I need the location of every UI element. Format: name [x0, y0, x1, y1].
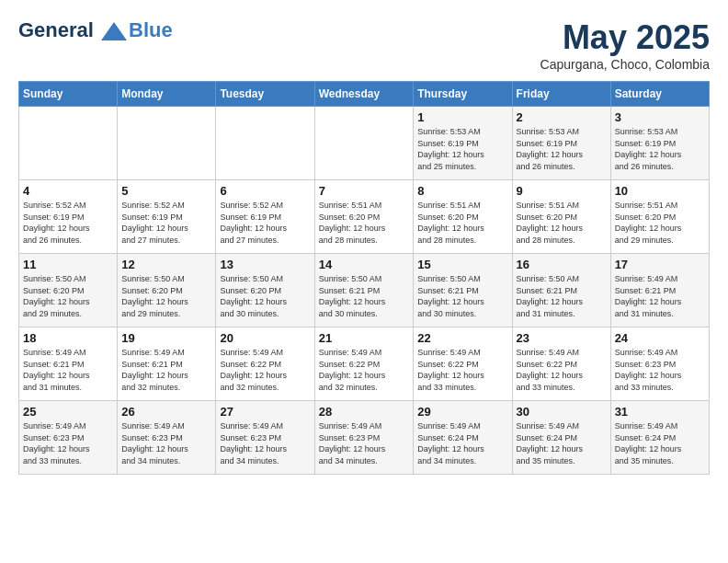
day-info: Sunrise: 5:49 AM Sunset: 6:22 PM Dayligh…	[319, 347, 410, 393]
column-header-friday: Friday	[512, 82, 610, 107]
day-number: 4	[23, 184, 113, 198]
day-info: Sunrise: 5:49 AM Sunset: 6:23 PM Dayligh…	[615, 347, 705, 393]
day-info: Sunrise: 5:49 AM Sunset: 6:23 PM Dayligh…	[121, 420, 211, 466]
logo: General Blue	[18, 18, 173, 42]
day-number: 29	[417, 405, 507, 419]
calendar-cell: 24Sunrise: 5:49 AM Sunset: 6:23 PM Dayli…	[610, 327, 709, 401]
day-info: Sunrise: 5:49 AM Sunset: 6:21 PM Dayligh…	[121, 347, 211, 393]
day-info: Sunrise: 5:49 AM Sunset: 6:24 PM Dayligh…	[417, 420, 507, 466]
calendar-cell: 21Sunrise: 5:49 AM Sunset: 6:22 PM Dayli…	[314, 327, 414, 401]
column-header-tuesday: Tuesday	[216, 82, 314, 107]
calendar-cell: 19Sunrise: 5:49 AM Sunset: 6:21 PM Dayli…	[118, 327, 216, 401]
day-info: Sunrise: 5:50 AM Sunset: 6:21 PM Dayligh…	[319, 273, 410, 319]
calendar-cell: 6Sunrise: 5:52 AM Sunset: 6:19 PM Daylig…	[216, 180, 314, 254]
calendar-cell	[216, 107, 314, 180]
day-number: 21	[319, 331, 410, 345]
day-number: 12	[121, 258, 211, 271]
day-info: Sunrise: 5:52 AM Sunset: 6:19 PM Dayligh…	[220, 200, 310, 246]
calendar-table: SundayMondayTuesdayWednesdayThursdayFrid…	[18, 81, 710, 475]
calendar-cell: 14Sunrise: 5:50 AM Sunset: 6:21 PM Dayli…	[314, 254, 414, 327]
calendar-cell: 1Sunrise: 5:53 AM Sunset: 6:19 PM Daylig…	[414, 107, 512, 180]
day-info: Sunrise: 5:50 AM Sunset: 6:21 PM Dayligh…	[417, 273, 507, 319]
day-number: 10	[615, 184, 705, 198]
column-header-monday: Monday	[118, 82, 216, 107]
day-number: 22	[417, 331, 507, 345]
day-number: 27	[220, 405, 310, 419]
day-info: Sunrise: 5:49 AM Sunset: 6:23 PM Dayligh…	[319, 420, 410, 466]
day-info: Sunrise: 5:49 AM Sunset: 6:24 PM Dayligh…	[615, 420, 705, 466]
day-info: Sunrise: 5:53 AM Sunset: 6:19 PM Dayligh…	[417, 126, 507, 172]
calendar-cell: 30Sunrise: 5:49 AM Sunset: 6:24 PM Dayli…	[512, 401, 610, 475]
calendar-cell: 12Sunrise: 5:50 AM Sunset: 6:20 PM Dayli…	[118, 254, 216, 327]
column-header-wednesday: Wednesday	[314, 82, 414, 107]
calendar-cell: 29Sunrise: 5:49 AM Sunset: 6:24 PM Dayli…	[414, 401, 512, 475]
calendar-cell: 31Sunrise: 5:49 AM Sunset: 6:24 PM Dayli…	[610, 401, 709, 475]
day-info: Sunrise: 5:49 AM Sunset: 6:21 PM Dayligh…	[23, 347, 113, 393]
column-header-saturday: Saturday	[610, 82, 709, 107]
day-info: Sunrise: 5:51 AM Sunset: 6:20 PM Dayligh…	[417, 200, 507, 246]
day-info: Sunrise: 5:50 AM Sunset: 6:21 PM Dayligh…	[517, 273, 607, 319]
calendar-week-row: 11Sunrise: 5:50 AM Sunset: 6:20 PM Dayli…	[19, 254, 710, 327]
calendar-cell: 22Sunrise: 5:49 AM Sunset: 6:22 PM Dayli…	[414, 327, 512, 401]
day-info: Sunrise: 5:51 AM Sunset: 6:20 PM Dayligh…	[517, 200, 607, 246]
day-info: Sunrise: 5:49 AM Sunset: 6:22 PM Dayligh…	[517, 347, 607, 393]
day-number: 11	[23, 258, 113, 271]
day-number: 3	[615, 110, 705, 124]
day-info: Sunrise: 5:50 AM Sunset: 6:20 PM Dayligh…	[23, 273, 113, 319]
location: Capurgana, Choco, Colombia	[540, 57, 710, 72]
day-number: 14	[319, 258, 410, 271]
calendar-week-row: 1Sunrise: 5:53 AM Sunset: 6:19 PM Daylig…	[19, 107, 710, 180]
calendar-cell: 3Sunrise: 5:53 AM Sunset: 6:19 PM Daylig…	[610, 107, 709, 180]
svg-marker-0	[101, 22, 127, 40]
calendar-cell: 9Sunrise: 5:51 AM Sunset: 6:20 PM Daylig…	[512, 180, 610, 254]
day-number: 13	[220, 258, 310, 271]
day-number: 31	[615, 405, 705, 419]
calendar-cell: 18Sunrise: 5:49 AM Sunset: 6:21 PM Dayli…	[19, 327, 118, 401]
day-number: 15	[417, 258, 507, 271]
title-area: May 2025 Capurgana, Choco, Colombia	[540, 18, 710, 72]
day-info: Sunrise: 5:49 AM Sunset: 6:22 PM Dayligh…	[220, 347, 310, 393]
day-info: Sunrise: 5:53 AM Sunset: 6:19 PM Dayligh…	[615, 126, 705, 172]
calendar-cell: 2Sunrise: 5:53 AM Sunset: 6:19 PM Daylig…	[512, 107, 610, 180]
logo-general: General	[18, 18, 94, 41]
day-number: 28	[319, 405, 410, 419]
day-number: 26	[121, 405, 211, 419]
calendar-cell: 28Sunrise: 5:49 AM Sunset: 6:23 PM Dayli…	[314, 401, 414, 475]
calendar-cell: 5Sunrise: 5:52 AM Sunset: 6:19 PM Daylig…	[118, 180, 216, 254]
calendar-week-row: 18Sunrise: 5:49 AM Sunset: 6:21 PM Dayli…	[19, 327, 710, 401]
day-info: Sunrise: 5:53 AM Sunset: 6:19 PM Dayligh…	[517, 126, 607, 172]
calendar-cell	[118, 107, 216, 180]
day-number: 16	[517, 258, 607, 271]
calendar-week-row: 25Sunrise: 5:49 AM Sunset: 6:23 PM Dayli…	[19, 401, 710, 475]
day-number: 1	[417, 110, 507, 124]
calendar-cell: 23Sunrise: 5:49 AM Sunset: 6:22 PM Dayli…	[512, 327, 610, 401]
day-number: 19	[121, 331, 211, 345]
calendar-cell: 27Sunrise: 5:49 AM Sunset: 6:23 PM Dayli…	[216, 401, 314, 475]
calendar-cell: 11Sunrise: 5:50 AM Sunset: 6:20 PM Dayli…	[19, 254, 118, 327]
calendar-header-row: SundayMondayTuesdayWednesdayThursdayFrid…	[19, 82, 710, 107]
day-info: Sunrise: 5:49 AM Sunset: 6:23 PM Dayligh…	[23, 420, 113, 466]
day-info: Sunrise: 5:50 AM Sunset: 6:20 PM Dayligh…	[121, 273, 211, 319]
day-info: Sunrise: 5:49 AM Sunset: 6:22 PM Dayligh…	[417, 347, 507, 393]
day-number: 25	[23, 405, 113, 419]
day-info: Sunrise: 5:52 AM Sunset: 6:19 PM Dayligh…	[23, 200, 113, 246]
day-number: 6	[220, 184, 310, 198]
day-number: 8	[417, 184, 507, 198]
logo-icon	[101, 22, 127, 40]
logo-blue: Blue	[129, 18, 173, 42]
day-info: Sunrise: 5:51 AM Sunset: 6:20 PM Dayligh…	[319, 200, 410, 246]
day-number: 17	[615, 258, 705, 271]
calendar-cell: 7Sunrise: 5:51 AM Sunset: 6:20 PM Daylig…	[314, 180, 414, 254]
calendar-cell: 4Sunrise: 5:52 AM Sunset: 6:19 PM Daylig…	[19, 180, 118, 254]
day-info: Sunrise: 5:49 AM Sunset: 6:23 PM Dayligh…	[220, 420, 310, 466]
day-info: Sunrise: 5:51 AM Sunset: 6:20 PM Dayligh…	[615, 200, 705, 246]
day-number: 30	[517, 405, 607, 419]
calendar-cell	[314, 107, 414, 180]
day-number: 5	[121, 184, 211, 198]
calendar-cell: 26Sunrise: 5:49 AM Sunset: 6:23 PM Dayli…	[118, 401, 216, 475]
calendar-cell	[19, 107, 118, 180]
calendar-cell: 20Sunrise: 5:49 AM Sunset: 6:22 PM Dayli…	[216, 327, 314, 401]
day-info: Sunrise: 5:49 AM Sunset: 6:21 PM Dayligh…	[615, 273, 705, 319]
day-number: 7	[319, 184, 410, 198]
calendar-cell: 13Sunrise: 5:50 AM Sunset: 6:20 PM Dayli…	[216, 254, 314, 327]
